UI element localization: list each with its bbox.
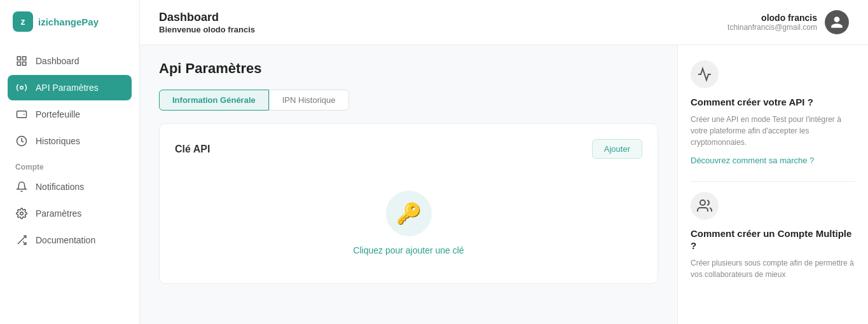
header-subtitle: Bienvenue olodo francis <box>159 25 255 34</box>
svg-point-7 <box>20 212 24 215</box>
user-email: tchinanfrancis@gmail.com <box>727 23 817 32</box>
header-title: Dashboard <box>159 11 255 24</box>
user-name: olodo francis <box>727 13 817 23</box>
sidebar-item-historiques-label: Historiques <box>36 136 80 146</box>
sidebar-item-dashboard[interactable]: Dashboard <box>8 48 132 74</box>
tab-info-generale[interactable]: Information Générale <box>159 90 269 111</box>
notifications-icon <box>15 180 28 193</box>
key-icon-circle: 🔑 <box>386 191 432 236</box>
sidebar-item-parametres-label: Paramètres <box>36 208 81 219</box>
content-main: Api Paramètres Information Générale IPN … <box>140 45 677 324</box>
portefeuille-icon <box>15 108 28 121</box>
logo: z izichangePay <box>0 0 139 43</box>
empty-action-text[interactable]: Cliquez pour ajouter une clé <box>353 245 464 255</box>
content-area: Api Paramètres Information Générale IPN … <box>140 45 868 324</box>
page-title: Api Paramètres <box>159 60 658 77</box>
header-left: Dashboard Bienvenue olodo francis <box>159 11 255 34</box>
key-icon: 🔑 <box>396 201 422 226</box>
sidebar-item-dashboard-label: Dashboard <box>36 56 79 66</box>
header-user: olodo francis tchinanfrancis@gmail.com <box>727 10 849 34</box>
header-username: olodo francis <box>203 25 255 34</box>
sidebar-item-parametres[interactable]: Paramètres <box>8 201 132 226</box>
sidebar: z izichangePay Dashboard API Paramètres … <box>0 0 140 324</box>
svg-point-4 <box>20 86 24 90</box>
sidebar-item-historiques[interactable]: Historiques <box>8 128 132 154</box>
help-api-link[interactable]: Découvrez comment sa marche ? <box>691 156 814 165</box>
api-icon <box>15 81 28 94</box>
sidebar-item-portefeuille[interactable]: Portefeuille <box>8 102 132 127</box>
sidebar-item-api-label: API Paramètres <box>36 83 99 93</box>
api-card: Clé API Ajouter 🔑 Cliquez pour ajouter u… <box>159 123 658 284</box>
svg-rect-2 <box>17 62 20 65</box>
sidebar-item-notifications[interactable]: Notifications <box>8 174 132 199</box>
help-api-desc: Créer une API en mode Test pour l'intégr… <box>691 114 855 148</box>
sidebar-item-documentation[interactable]: Documentation <box>8 227 132 253</box>
sidebar-item-notifications-label: Notifications <box>36 182 84 192</box>
logo-text: izichangePay <box>38 17 99 27</box>
sidebar-nav: Dashboard API Paramètres Portefeuille Hi… <box>0 43 139 324</box>
historiques-icon <box>15 135 28 147</box>
tabs: Information Générale IPN Historique <box>159 90 658 111</box>
help-api-icon-circle <box>691 60 719 88</box>
sidebar-item-api-params[interactable]: API Paramètres <box>8 75 132 100</box>
api-card-empty: 🔑 Cliquez pour ajouter une clé <box>175 172 642 268</box>
ajouter-button[interactable]: Ajouter <box>592 139 642 159</box>
sidebar-item-documentation-label: Documentation <box>36 235 95 245</box>
svg-rect-1 <box>23 57 26 60</box>
help-account-title: Comment créer un Compte Multiple ? <box>691 227 855 252</box>
avatar[interactable] <box>825 10 849 34</box>
api-card-title: Clé API <box>175 144 210 155</box>
help-sidebar: Comment créer votre API ? Créer une API … <box>677 45 868 324</box>
tab-ipn-historique[interactable]: IPN Historique <box>269 90 349 111</box>
help-account-icon-circle <box>691 192 719 220</box>
help-card-account: Comment créer un Compte Multiple ? Créer… <box>691 192 855 280</box>
svg-point-10 <box>700 200 705 205</box>
sidebar-item-portefeuille-label: Portefeuille <box>36 109 80 119</box>
compte-section-label: Compte <box>8 155 132 174</box>
logo-icon: z <box>13 11 33 32</box>
api-card-header: Clé API Ajouter <box>175 139 642 159</box>
parametres-icon <box>15 207 28 220</box>
svg-rect-0 <box>17 57 20 60</box>
documentation-icon <box>15 234 28 246</box>
help-api-title: Comment créer votre API ? <box>691 96 855 109</box>
main-area: Dashboard Bienvenue olodo francis olodo … <box>140 0 868 324</box>
svg-rect-5 <box>17 111 27 118</box>
help-divider <box>691 181 855 182</box>
header: Dashboard Bienvenue olodo francis olodo … <box>140 0 868 45</box>
help-card-api: Comment créer votre API ? Créer une API … <box>691 60 855 166</box>
dashboard-icon <box>15 55 28 67</box>
user-info: olodo francis tchinanfrancis@gmail.com <box>727 13 817 32</box>
svg-rect-3 <box>23 62 26 65</box>
help-account-desc: Créer plusieurs sous compte afin de perm… <box>691 257 855 280</box>
